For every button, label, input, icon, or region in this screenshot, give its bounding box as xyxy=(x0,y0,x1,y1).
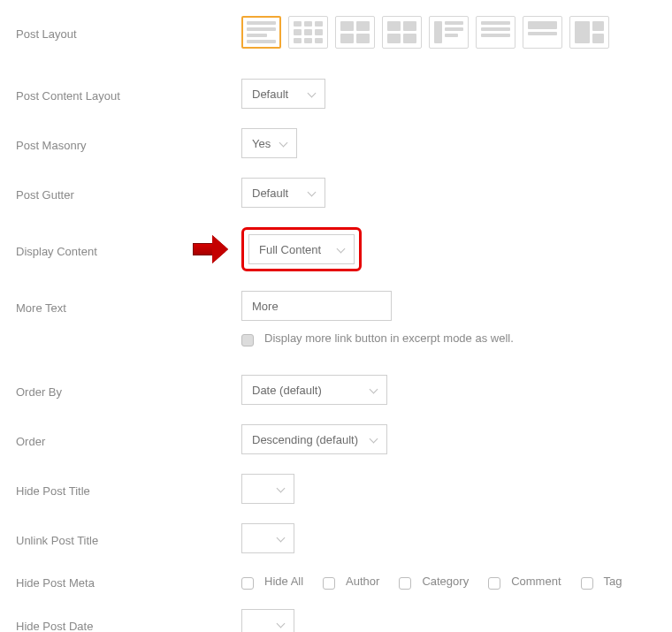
order-select[interactable]: Descending (default) xyxy=(241,424,387,454)
tag-checkbox[interactable] xyxy=(581,577,593,590)
comment-checkbox[interactable] xyxy=(488,577,500,590)
chevron-down-icon xyxy=(279,139,288,148)
unlink-post-title-label: Unlink Post Title xyxy=(16,534,98,547)
display-content-value: Full Content xyxy=(259,243,321,256)
chevron-down-icon xyxy=(277,484,286,493)
chevron-down-icon xyxy=(370,385,378,394)
callout-arrow-icon xyxy=(193,235,228,263)
post-content-layout-label: Post Content Layout xyxy=(16,89,120,103)
layout-option-grid3[interactable] xyxy=(288,16,328,49)
order-value: Descending (default) xyxy=(252,433,358,446)
more-text-input[interactable] xyxy=(241,291,392,321)
category-label[interactable]: Category xyxy=(422,575,469,588)
layout-option-two-col[interactable] xyxy=(382,16,422,49)
post-gutter-value: Default xyxy=(252,187,288,200)
hide-post-meta-label: Hide Post Meta xyxy=(16,576,95,590)
post-gutter-label: Post Gutter xyxy=(16,188,74,202)
author-checkbox[interactable] xyxy=(323,577,335,590)
layout-option-list[interactable] xyxy=(241,16,281,49)
category-checkbox[interactable] xyxy=(399,577,411,590)
post-content-layout-select[interactable]: Default xyxy=(241,79,325,109)
highlight-box: Full Content xyxy=(241,227,362,271)
chevron-down-icon xyxy=(308,188,317,197)
layout-option-media-list[interactable] xyxy=(429,16,469,49)
tag-label[interactable]: Tag xyxy=(604,575,622,588)
post-masonry-label: Post Masonry xyxy=(16,139,86,152)
layout-option-single[interactable] xyxy=(523,16,562,49)
post-masonry-value: Yes xyxy=(252,137,271,150)
display-more-note: Display more link button in excerpt mode… xyxy=(264,331,514,345)
hide-all-label[interactable]: Hide All xyxy=(264,575,303,588)
chevron-down-icon xyxy=(337,245,346,254)
chevron-down-icon xyxy=(277,620,286,628)
order-by-select[interactable]: Date (default) xyxy=(241,375,387,405)
hide-all-checkbox[interactable] xyxy=(241,577,254,590)
unlink-post-title-select[interactable] xyxy=(241,523,294,553)
display-content-label: Display Content xyxy=(16,245,97,258)
author-label[interactable]: Author xyxy=(346,575,379,588)
hide-post-date-select[interactable] xyxy=(241,609,294,632)
hide-post-title-label: Hide Post Title xyxy=(16,484,90,498)
post-content-layout-value: Default xyxy=(252,88,288,101)
more-text-label: More Text xyxy=(16,301,66,315)
comment-label[interactable]: Comment xyxy=(511,575,561,588)
chevron-down-icon xyxy=(370,435,378,444)
layout-option-stacked[interactable] xyxy=(476,16,515,49)
layout-option-grid2[interactable] xyxy=(335,16,375,49)
chevron-down-icon xyxy=(277,534,286,543)
display-content-select[interactable]: Full Content xyxy=(248,234,355,264)
hide-post-date-label: Hide Post Date xyxy=(16,620,93,633)
layout-option-mixed[interactable] xyxy=(569,16,609,49)
post-masonry-select[interactable]: Yes xyxy=(241,128,297,158)
hide-post-title-select[interactable] xyxy=(241,474,294,504)
display-more-checkbox[interactable] xyxy=(241,334,254,346)
order-by-value: Date (default) xyxy=(252,384,322,397)
order-label: Order xyxy=(16,435,45,448)
order-by-label: Order By xyxy=(16,385,62,399)
chevron-down-icon xyxy=(308,89,317,98)
post-layout-label: Post Layout xyxy=(16,27,77,41)
post-gutter-select[interactable]: Default xyxy=(241,178,325,208)
